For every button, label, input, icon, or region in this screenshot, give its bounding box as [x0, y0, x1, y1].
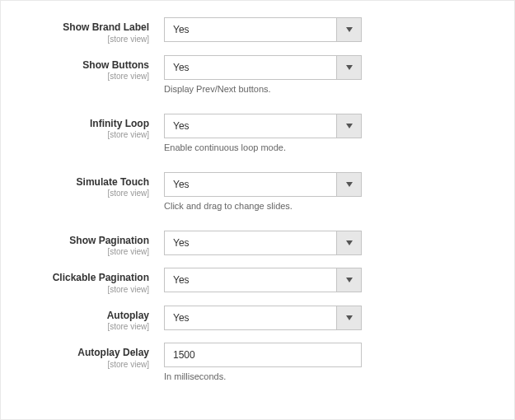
field-label-show-buttons: Show Buttons	[17, 59, 149, 72]
input-col: Yes	[164, 306, 485, 330]
field-row-simulate-touch: Simulate Touch [store view] Yes Click an…	[17, 172, 485, 211]
input-col: Yes Display Prev/Next buttons.	[164, 55, 485, 94]
chevron-down-icon	[336, 114, 361, 138]
label-col: Autoplay Delay [store view]	[17, 343, 164, 369]
field-note-infinity-loop: Enable continuous loop mode.	[164, 142, 485, 152]
field-row-show-buttons: Show Buttons [store view] Yes Display Pr…	[17, 55, 485, 94]
select-value: Yes	[165, 56, 336, 79]
label-col: Clickable Pagination [store view]	[17, 268, 164, 294]
field-label-show-brand-label: Show Brand Label	[17, 21, 149, 35]
chevron-down-icon	[336, 231, 361, 254]
infinity-loop-select[interactable]: Yes	[164, 114, 362, 138]
label-col: Simulate Touch [store view]	[17, 172, 164, 198]
input-col: Yes Click and drag to change slides.	[164, 172, 485, 211]
field-scope: [store view]	[17, 189, 149, 198]
input-col: Yes	[164, 268, 485, 292]
field-row-show-brand-label: Show Brand Label [store view] Yes	[17, 17, 485, 44]
settings-form: Show Brand Label [store view] Yes Show B…	[17, 17, 485, 381]
select-value: Yes	[165, 306, 336, 329]
show-pagination-select[interactable]: Yes	[164, 231, 362, 255]
field-label-show-pagination: Show Pagination	[17, 235, 149, 248]
label-col: Infinity Loop [store view]	[17, 114, 164, 140]
show-brand-label-select[interactable]: Yes	[164, 17, 362, 42]
select-value: Yes	[165, 231, 336, 254]
label-col: Show Pagination [store view]	[17, 231, 164, 257]
chevron-down-icon	[336, 306, 361, 329]
field-label-autoplay: Autoplay	[17, 310, 149, 323]
chevron-down-icon	[336, 18, 361, 41]
select-value: Yes	[165, 268, 336, 292]
autoplay-delay-input[interactable]	[164, 343, 362, 367]
simulate-touch-select[interactable]: Yes	[164, 172, 362, 197]
field-row-autoplay: Autoplay [store view] Yes	[17, 306, 485, 332]
input-col: Yes	[164, 231, 485, 255]
field-label-infinity-loop: Infinity Loop	[17, 118, 149, 131]
field-scope: [store view]	[17, 360, 149, 369]
input-col: Yes Enable continuous loop mode.	[164, 114, 485, 152]
field-row-infinity-loop: Infinity Loop [store view] Yes Enable co…	[17, 114, 485, 152]
field-note-autoplay-delay: In milliseconds.	[164, 371, 485, 381]
select-value: Yes	[165, 114, 336, 138]
field-row-autoplay-delay: Autoplay Delay [store view] In milliseco…	[17, 343, 485, 381]
field-scope: [store view]	[17, 130, 149, 139]
field-label-autoplay-delay: Autoplay Delay	[17, 347, 149, 360]
field-scope: [store view]	[17, 322, 149, 331]
label-col: Autoplay [store view]	[17, 306, 164, 332]
clickable-pagination-select[interactable]: Yes	[164, 268, 362, 292]
field-note-simulate-touch: Click and drag to change slides.	[164, 201, 485, 211]
input-col: In milliseconds.	[164, 343, 485, 381]
field-scope: [store view]	[17, 72, 149, 81]
field-label-simulate-touch: Simulate Touch	[17, 176, 149, 189]
show-buttons-select[interactable]: Yes	[164, 55, 362, 80]
select-value: Yes	[165, 18, 336, 41]
chevron-down-icon	[336, 56, 361, 79]
field-scope: [store view]	[17, 285, 149, 294]
select-value: Yes	[165, 173, 336, 196]
input-col: Yes	[164, 17, 485, 42]
field-scope: [store view]	[17, 247, 149, 256]
autoplay-select[interactable]: Yes	[164, 306, 362, 330]
label-col: Show Brand Label [store view]	[17, 17, 164, 44]
field-row-clickable-pagination: Clickable Pagination [store view] Yes	[17, 268, 485, 294]
field-row-show-pagination: Show Pagination [store view] Yes	[17, 231, 485, 257]
field-note-show-buttons: Display Prev/Next buttons.	[164, 84, 485, 94]
field-scope: [store view]	[17, 35, 149, 44]
label-col: Show Buttons [store view]	[17, 55, 164, 82]
chevron-down-icon	[336, 268, 361, 292]
field-label-clickable-pagination: Clickable Pagination	[17, 272, 149, 285]
chevron-down-icon	[336, 173, 361, 196]
